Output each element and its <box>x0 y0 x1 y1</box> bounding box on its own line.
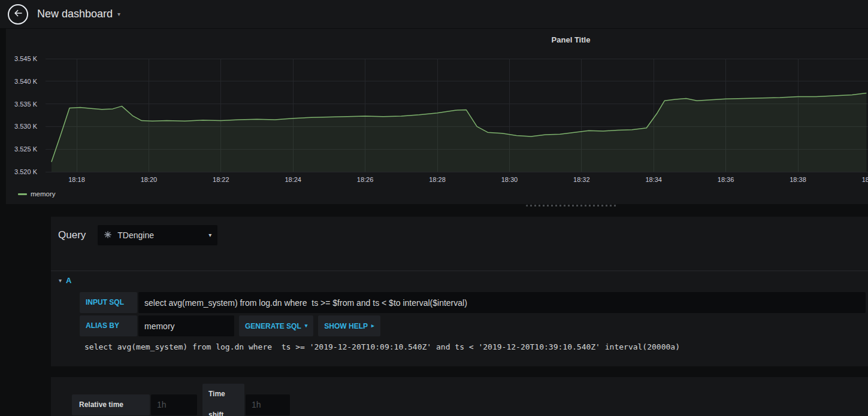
alias-by-row: ALIAS BY GENERATE SQL ▾ SHOW HELP ▸ <box>80 315 866 336</box>
query-section-title: Query <box>58 229 86 241</box>
legend-color-memory <box>18 193 27 195</box>
alias-by-field[interactable] <box>138 315 234 336</box>
chevron-right-icon: ▸ <box>371 323 374 329</box>
input-sql-label: INPUT SQL <box>80 292 137 313</box>
x-axis-label: 18:38 <box>783 176 813 183</box>
time-shift-field[interactable] <box>246 394 290 415</box>
x-axis-label: 18:22 <box>206 176 236 183</box>
alias-by-label: ALIAS BY <box>80 315 137 336</box>
query-ref-id: A <box>66 276 71 285</box>
x-axis-label: 18:18 <box>62 176 92 183</box>
grafana-app: New dashboard ▾ Panel Title 3.545 K3.540… <box>0 0 868 416</box>
y-axis-label: 3.520 K <box>6 168 37 175</box>
legend-item-memory[interactable]: memory <box>18 190 56 198</box>
query-header: Query TDengine ▾ <box>58 225 217 245</box>
y-axis-label: 3.540 K <box>6 78 37 85</box>
relative-time-field[interactable] <box>151 394 197 415</box>
panel-editor-tab-rail <box>0 217 51 416</box>
generated-sql-text: select avg(mem_system) from log.dn where… <box>84 342 862 351</box>
horizontal-scrollbar-thumb[interactable] <box>526 205 617 207</box>
x-axis-label: 18:36 <box>711 176 741 183</box>
x-axis-label: 18:24 <box>278 176 308 183</box>
back-button[interactable] <box>8 4 28 25</box>
query-editor-section: Query TDengine ▾ ▾ A INPUT SQL ALIAS BY <box>51 217 868 366</box>
query-form: INPUT SQL ALIAS BY GENERATE SQL ▾ SHOW H… <box>80 292 866 339</box>
input-sql-field[interactable] <box>138 292 866 313</box>
y-axis-label: 3.525 K <box>6 145 37 153</box>
y-axis-label: 3.535 K <box>6 101 37 108</box>
time-options-section: Relative time Time shift <box>51 377 868 416</box>
x-axis-label: 18:40 <box>855 176 868 183</box>
chevron-down-icon: ▾ <box>117 11 120 17</box>
legend-label-memory: memory <box>31 190 56 198</box>
datasource-name: TDengine <box>117 230 154 240</box>
y-axis-label: 3.545 K <box>6 55 37 62</box>
relative-time-label: Relative time <box>72 394 150 415</box>
collapse-caret-icon: ▾ <box>59 277 62 284</box>
show-help-button[interactable]: SHOW HELP ▸ <box>318 315 380 336</box>
dashboard-title: New dashboard <box>37 8 113 20</box>
x-axis-label: 18:34 <box>639 176 669 183</box>
time-shift-label: Time shift <box>202 384 244 416</box>
x-axis-label: 18:20 <box>134 176 164 183</box>
generate-sql-button[interactable]: GENERATE SQL ▾ <box>239 315 313 336</box>
x-axis-label: 18:32 <box>567 176 597 183</box>
top-navbar: New dashboard ▾ <box>0 0 868 29</box>
y-axis-label: 3.530 K <box>6 123 37 130</box>
chevron-down-icon: ▾ <box>305 323 308 329</box>
input-sql-row: INPUT SQL <box>80 292 866 313</box>
time-options-row: Relative time Time shift <box>72 384 290 416</box>
x-axis-label: 18:30 <box>494 176 524 183</box>
chevron-down-icon: ▾ <box>208 232 211 238</box>
x-axis-label: 18:26 <box>350 176 380 183</box>
arrow-left-icon <box>13 8 23 20</box>
x-axis-label: 18:28 <box>422 176 452 183</box>
graph-panel: Panel Title 3.545 K3.540 K3.535 K3.530 K… <box>6 29 868 204</box>
query-row-toggle[interactable]: ▾ A <box>51 271 868 289</box>
datasource-picker[interactable]: TDengine ▾ <box>98 225 217 245</box>
tdengine-logo-icon <box>104 230 112 241</box>
dashboard-title-menu[interactable]: New dashboard ▾ <box>37 8 120 20</box>
